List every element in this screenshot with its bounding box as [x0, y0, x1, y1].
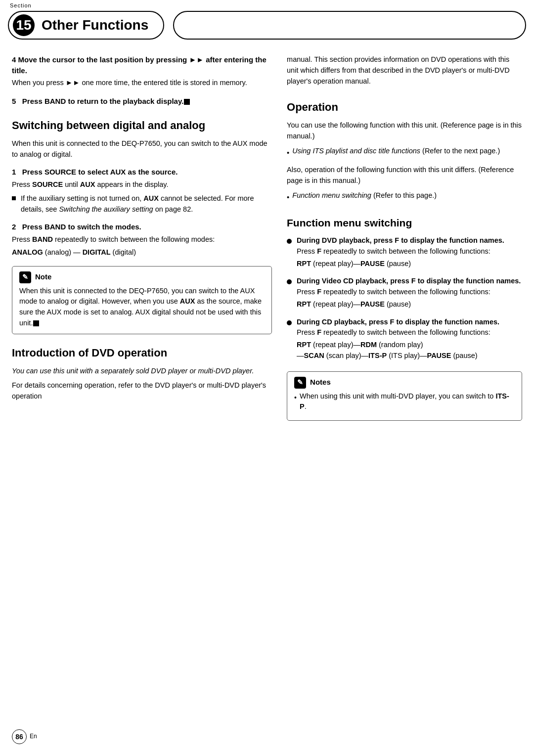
dvd-body: For details concerning operation, refer …: [12, 380, 272, 402]
step-4-title: 4 Move the cursor to the last position b…: [12, 54, 272, 76]
switching-intro: When this unit is connected to the DEQ-P…: [12, 138, 272, 160]
bullet-dot2-icon: •: [287, 192, 289, 203]
cd-sub-line2: —SCAN (scan play)—ITS-P (ITS play)—PAUSE…: [297, 351, 499, 361]
section-number: 15: [13, 14, 35, 36]
step-4-body: When you press ►► one more time, the ent…: [12, 78, 272, 89]
notes-bullet1: • When using this unit with multi-DVD pl…: [294, 391, 515, 413]
sub1-bullet-text: If the auxiliary setting is not turned o…: [21, 193, 272, 215]
operation-bullet1-text: Using ITS playlist and disc title functi…: [292, 146, 500, 157]
vcd-function-item: During Video CD playback, press F to dis…: [287, 276, 522, 310]
left-column: 4 Move the cursor to the last position b…: [12, 54, 272, 429]
section-label: Section: [10, 2, 32, 10]
notes-icon: ✎: [294, 377, 306, 389]
function-heading: Function menu switching: [287, 216, 522, 230]
dvd-function-item: During DVD playback, press F to display …: [287, 235, 522, 269]
page-title: Other Functions: [42, 15, 148, 36]
step-5: 5 Press BAND to return to the playback d…: [12, 96, 272, 107]
notes-bullet1-text: When using this unit with multi-DVD play…: [300, 391, 515, 413]
header-right-box: [173, 11, 526, 40]
switching-heading: Switching between digital and analog: [12, 118, 272, 133]
operation-intro: You can use the following function with …: [287, 120, 522, 142]
sub2-body: Press BAND repeatedly to switch between …: [12, 234, 272, 245]
note-header: ✎ Note: [19, 271, 265, 283]
note-box: ✎ Note When this unit is connected to th…: [12, 266, 272, 334]
cd-sub-title: During CD playback, press F to display t…: [297, 317, 499, 328]
header: Section 15 Other Functions: [0, 0, 534, 44]
step-5-title: 5 Press BAND to return to the playback d…: [12, 96, 272, 107]
operation-also: Also, operation of the following functio…: [287, 165, 522, 186]
analog-digital-line: ANALOG (analog) — DIGITAL (digital): [12, 247, 272, 258]
dvd-heading: Introduction of DVD operation: [12, 345, 272, 361]
page-number: 86: [12, 729, 27, 744]
notes-bullet-icon: •: [294, 393, 297, 403]
footer: 86 En: [12, 729, 37, 744]
dvd-function-text: During DVD playback, press F to display …: [297, 235, 504, 269]
cd-bullet-icon: [287, 320, 292, 325]
operation-bullet1: • Using ITS playlist and disc title func…: [287, 146, 522, 158]
vcd-sub-body: Press F repeatedly to switch between the…: [297, 287, 521, 298]
note-stop-symbol: [33, 320, 39, 326]
sub1-body: Press SOURCE until AUX appears in the di…: [12, 179, 272, 190]
notes-header: ✎ Notes: [294, 377, 515, 389]
sub2-title: 2 Press BAND to switch the modes.: [12, 222, 272, 232]
cd-sub-line1: RPT (repeat play)—RDM (random play): [297, 340, 499, 351]
cd-sub-body: Press F repeatedly to switch between the…: [297, 327, 499, 338]
cd-function-text: During CD playback, press F to display t…: [297, 317, 499, 361]
operation-bullet2: • Function menu switching (Refer to this…: [287, 190, 522, 203]
notes-box: ✎ Notes • When using this unit with mult…: [287, 371, 522, 421]
sub1-bullet: If the auxiliary setting is not turned o…: [12, 193, 272, 215]
dvd-sub-title: During DVD playback, press F to display …: [297, 235, 504, 246]
operation-heading: Operation: [287, 99, 522, 115]
stop-symbol: [184, 99, 190, 105]
note-icon: ✎: [19, 271, 31, 283]
language-label: En: [30, 732, 37, 741]
bullet-square-icon: [12, 196, 16, 200]
dvd-bullet-icon: [287, 239, 292, 244]
page: Section 15 Other Functions 4 Move the cu…: [0, 0, 534, 756]
right-column: manual. This section provides informatio…: [287, 54, 522, 429]
dvd-sub-body: Press F repeatedly to switch between the…: [297, 246, 504, 257]
main-content: 4 Move the cursor to the last position b…: [0, 44, 534, 441]
note-body: When this unit is connected to the DEQ-P…: [19, 286, 265, 329]
vcd-bullet-icon: [287, 279, 292, 284]
dvd-sub-line: RPT (repeat play)—PAUSE (pause): [297, 259, 504, 269]
dvd-italic: You can use this unit with a separately …: [12, 366, 272, 377]
vcd-sub-title: During Video CD playback, press F to dis…: [297, 276, 521, 287]
operation-bullet2-text: Function menu switching (Refer to this p…: [292, 190, 437, 201]
bullet-dot-icon: •: [287, 147, 289, 158]
sub1-title: 1 Press SOURCE to select AUX as the sour…: [12, 167, 272, 178]
header-left: 15 Other Functions: [8, 11, 173, 40]
right-top-body: manual. This section provides informatio…: [287, 54, 522, 87]
cd-function-item: During CD playback, press F to display t…: [287, 317, 522, 361]
vcd-function-text: During Video CD playback, press F to dis…: [297, 276, 521, 310]
step-4: 4 Move the cursor to the last position b…: [12, 54, 272, 88]
step-5-title-text: 5 Press BAND to return to the playback d…: [12, 97, 190, 105]
vcd-sub-line: RPT (repeat play)—PAUSE (pause): [297, 299, 521, 310]
